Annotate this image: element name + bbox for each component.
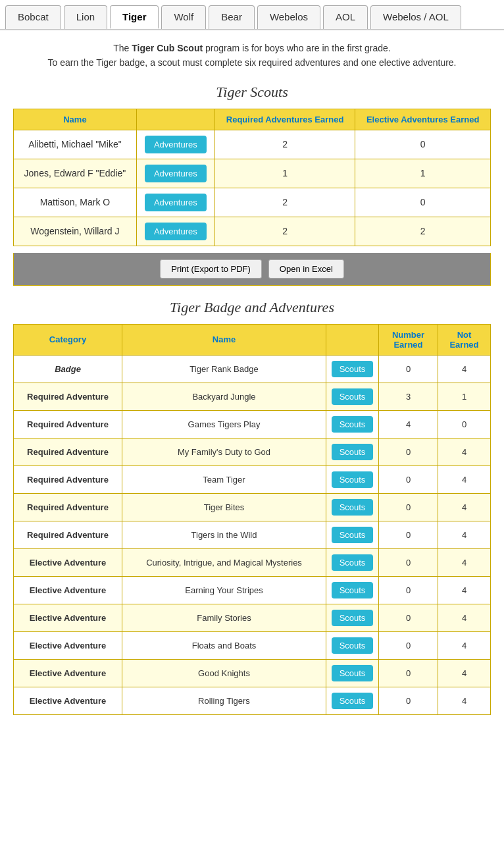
badge-row: Elective Adventure Floats and Boats Scou… [14, 631, 491, 659]
badge-category: Required Adventure [14, 465, 122, 493]
scout-required: 2 [214, 188, 355, 217]
badge-name: Tiger Rank Badge [122, 355, 326, 383]
excel-button[interactable]: Open in Excel [268, 259, 344, 279]
badge-col-earned: Number Earned [379, 324, 438, 355]
badge-earned: 0 [379, 659, 438, 687]
scout-required: 1 [214, 159, 355, 188]
action-bar: Print (Export to PDF) Open in Excel [13, 253, 491, 286]
badge-btn-cell: Scouts [326, 521, 379, 548]
badge-name: Curiosity, Intrigue, and Magical Mysteri… [122, 548, 326, 576]
badge-row: Elective Adventure Earning Your Stripes … [14, 576, 491, 604]
scouts-button[interactable]: Scouts [332, 693, 374, 709]
scout-required: 2 [214, 130, 355, 159]
badge-row: Required Adventure Games Tigers Play Sco… [14, 410, 491, 438]
badge-category: Elective Adventure [14, 576, 122, 604]
tab-bobcat[interactable]: Bobcat [5, 5, 61, 29]
badge-earned: 0 [379, 548, 438, 576]
badge-earned: 0 [379, 438, 438, 465]
badge-col-btn [326, 324, 379, 355]
scout-name: Alibetti, Michael "Mike" [14, 130, 137, 159]
scouts-col-name: Name [14, 109, 137, 130]
scout-name: Jones, Edward F "Eddie" [14, 159, 137, 188]
badge-btn-cell: Scouts [326, 631, 379, 659]
tab-wolf[interactable]: Wolf [161, 5, 206, 29]
intro-text: The Tiger Cub Scout program is for boys … [13, 41, 491, 70]
badge-btn-cell: Scouts [326, 355, 379, 383]
badge-earned: 0 [379, 687, 438, 714]
badge-col-notearned: Not Earned [438, 324, 491, 355]
scout-elective: 2 [355, 217, 491, 246]
badge-name: Good Knights [122, 659, 326, 687]
scouts-button[interactable]: Scouts [332, 665, 374, 681]
tab-tiger[interactable]: Tiger [110, 5, 159, 29]
badge-not-earned: 4 [438, 631, 491, 659]
scouts-table: Name Required Adventures Earned Elective… [13, 109, 491, 246]
badge-row: Elective Adventure Curiosity, Intrigue, … [14, 548, 491, 576]
badge-row: Elective Adventure Family Stories Scouts… [14, 604, 491, 631]
badge-category: Elective Adventure [14, 604, 122, 631]
adventures-button[interactable]: Adventures [145, 223, 207, 240]
print-button[interactable]: Print (Export to PDF) [160, 259, 262, 279]
main-content: The Tiger Cub Scout program is for boys … [0, 30, 504, 726]
scouts-button[interactable]: Scouts [332, 637, 374, 654]
scouts-button[interactable]: Scouts [332, 610, 374, 626]
badge-earned: 3 [379, 383, 438, 410]
badge-section-title: Tiger Badge and Adventures [13, 299, 491, 316]
badge-not-earned: 4 [438, 521, 491, 548]
scout-row: Alibetti, Michael "Mike" Adventures 2 0 [14, 130, 491, 159]
badge-earned: 0 [379, 604, 438, 631]
badge-category: Elective Adventure [14, 687, 122, 714]
scouts-button[interactable]: Scouts [332, 416, 374, 433]
badge-category: Elective Adventure [14, 659, 122, 687]
tab-aol[interactable]: AOL [323, 5, 368, 29]
scouts-button[interactable]: Scouts [332, 444, 374, 460]
badge-name: Tiger Bites [122, 493, 326, 521]
badge-col-category: Category [14, 324, 122, 355]
scouts-button[interactable]: Scouts [332, 554, 374, 571]
scout-btn-cell: Adventures [136, 159, 214, 188]
scout-name: Mattison, Mark O [14, 188, 137, 217]
intro-line2: To earn the Tiger badge, a scout must co… [13, 55, 491, 70]
scouts-button[interactable]: Scouts [332, 388, 374, 405]
badge-row: Required Adventure Team Tiger Scouts 0 4 [14, 465, 491, 493]
badge-name: Earning Your Stripes [122, 576, 326, 604]
badge-category: Badge [14, 355, 122, 383]
scouts-button[interactable]: Scouts [332, 527, 374, 543]
badge-earned: 0 [379, 355, 438, 383]
adventures-button[interactable]: Adventures [145, 136, 207, 153]
badge-not-earned: 1 [438, 383, 491, 410]
scout-btn-cell: Adventures [136, 188, 214, 217]
scout-btn-cell: Adventures [136, 130, 214, 159]
scouts-button[interactable]: Scouts [332, 471, 374, 488]
adventures-button[interactable]: Adventures [145, 165, 207, 182]
scouts-col-required: Required Adventures Earned [214, 109, 355, 130]
badge-row: Elective Adventure Rolling Tigers Scouts… [14, 687, 491, 714]
tab-webelos[interactable]: Webelos [257, 5, 320, 29]
badge-name: Team Tiger [122, 465, 326, 493]
tab-bear[interactable]: Bear [209, 5, 255, 29]
scout-row: Jones, Edward F "Eddie" Adventures 1 1 [14, 159, 491, 188]
badge-btn-cell: Scouts [326, 383, 379, 410]
badge-row: Required Adventure Backyard Jungle Scout… [14, 383, 491, 410]
scout-row: Mattison, Mark O Adventures 2 0 [14, 188, 491, 217]
badge-category: Required Adventure [14, 410, 122, 438]
scouts-button[interactable]: Scouts [332, 582, 374, 598]
tab-webelos-aol[interactable]: Webelos / AOL [370, 5, 461, 29]
badge-not-earned: 0 [438, 410, 491, 438]
scouts-col-btn [136, 109, 214, 130]
badge-category: Required Adventure [14, 383, 122, 410]
badge-category: Required Adventure [14, 493, 122, 521]
badge-btn-cell: Scouts [326, 465, 379, 493]
adventures-button[interactable]: Adventures [145, 194, 207, 211]
badge-category: Required Adventure [14, 438, 122, 465]
badge-row: Required Adventure Tiger Bites Scouts 0 … [14, 493, 491, 521]
badge-table: Category Name Number Earned Not Earned B… [13, 324, 491, 715]
scouts-button[interactable]: Scouts [332, 361, 374, 377]
scouts-button[interactable]: Scouts [332, 499, 374, 516]
badge-name: Rolling Tigers [122, 687, 326, 714]
badge-earned: 0 [379, 465, 438, 493]
tab-lion[interactable]: Lion [64, 5, 107, 29]
scout-elective: 1 [355, 159, 491, 188]
scout-btn-cell: Adventures [136, 217, 214, 246]
badge-earned: 0 [379, 521, 438, 548]
